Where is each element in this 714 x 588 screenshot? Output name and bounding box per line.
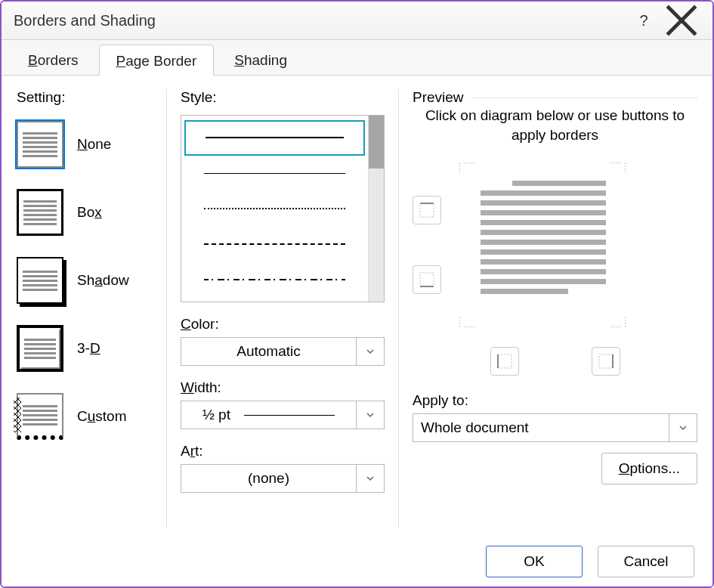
border-right-icon — [598, 353, 614, 370]
width-sample-line — [244, 415, 335, 416]
apply-to-label: Apply to: — [413, 392, 697, 409]
cancel-button[interactable]: Cancel — [598, 546, 694, 577]
setting-shadow-thumb — [17, 257, 63, 304]
style-scrollbar-thumb[interactable] — [369, 116, 384, 169]
style-option-solid[interactable] — [184, 120, 365, 156]
style-scrollbar[interactable] — [368, 116, 384, 302]
style-option-hairline[interactable] — [184, 156, 365, 191]
preview-text-lines — [481, 181, 606, 294]
setting-none-thumb — [17, 121, 63, 168]
setting-3d[interactable]: 3-D — [17, 325, 153, 372]
apply-to-arrow[interactable] — [669, 414, 697, 441]
ok-button[interactable]: OK — [486, 546, 583, 577]
color-value: Automatic — [181, 343, 356, 360]
border-left-button[interactable] — [490, 347, 519, 376]
preview-vertical-buttons — [413, 196, 441, 294]
dialog-window: Borders and Shading ? Borders Page Borde… — [0, 0, 714, 588]
chevron-down-icon — [678, 423, 688, 432]
options-row: Options... — [413, 453, 697, 484]
art-combo[interactable]: (none) — [181, 464, 385, 493]
setting-box-thumb — [17, 189, 63, 236]
art-label: Art: — [181, 443, 385, 460]
chevron-down-icon — [366, 410, 375, 419]
art-arrow[interactable] — [356, 465, 384, 492]
preview-corner-bl — [459, 312, 474, 327]
preview-label: Preview — [413, 89, 464, 106]
svg-rect-6 — [599, 354, 613, 368]
close-button[interactable] — [663, 2, 700, 39]
preview-corner-tl — [459, 162, 474, 178]
width-label: Width: — [181, 379, 385, 396]
setting-label: Setting: — [17, 89, 153, 106]
preview-page[interactable] — [455, 158, 630, 332]
style-group: Style: Color: Automatic — [166, 89, 385, 528]
svg-rect-0 — [420, 203, 434, 217]
color-arrow[interactable] — [356, 338, 384, 365]
border-left-icon — [496, 353, 513, 370]
setting-3d-label: 3-D — [77, 340, 100, 357]
chevron-down-icon — [366, 474, 375, 483]
divider — [471, 97, 697, 98]
preview-area — [413, 158, 697, 332]
setting-shadow-label: Shadow — [77, 272, 129, 289]
titlebar: Borders and Shading ? — [2, 2, 712, 40]
svg-rect-4 — [498, 354, 512, 368]
svg-rect-2 — [420, 273, 434, 286]
border-bottom-icon — [419, 271, 435, 288]
apply-to-combo[interactable]: Whole document — [413, 413, 697, 442]
setting-none-label: None — [77, 136, 111, 153]
window-title: Borders and Shading — [14, 12, 625, 29]
art-value: (none) — [181, 470, 356, 487]
close-icon — [663, 2, 700, 39]
setting-custom[interactable]: Custom — [17, 393, 153, 440]
setting-list: None Box Shadow — [17, 121, 153, 440]
width-value: ½ pt — [202, 407, 230, 423]
style-listbox[interactable] — [181, 115, 385, 302]
options-button[interactable]: Options... — [601, 453, 697, 484]
preview-corner-tr — [610, 162, 626, 178]
color-label: Color: — [181, 316, 385, 333]
setting-box[interactable]: Box — [17, 189, 153, 236]
tab-page-border[interactable]: Page Border — [99, 45, 215, 76]
setting-group: Setting: None Box — [17, 89, 153, 528]
setting-custom-thumb — [17, 393, 63, 440]
setting-custom-label: Custom — [77, 408, 127, 425]
border-top-button[interactable] — [413, 196, 441, 224]
preview-corner-br — [610, 312, 626, 327]
style-option-dotted[interactable] — [184, 191, 365, 227]
style-option-dashed[interactable] — [184, 226, 365, 262]
dialog-footer: OK Cancel — [2, 537, 712, 586]
style-option-dashdot[interactable] — [184, 262, 365, 297]
border-bottom-button[interactable] — [413, 265, 441, 294]
setting-box-label: Box — [77, 204, 102, 221]
chevron-down-icon — [366, 347, 375, 356]
width-value-wrap: ½ pt — [181, 407, 356, 423]
style-label: Style: — [181, 89, 385, 106]
border-right-button[interactable] — [592, 347, 620, 376]
preview-hint: Click on diagram below or use buttons to… — [413, 106, 697, 144]
apply-to-group: Apply to: Whole document — [413, 392, 697, 442]
preview-group: Preview Click on diagram below or use bu… — [398, 89, 697, 528]
style-list-inner — [181, 116, 368, 302]
tabstrip: Borders Page Border Shading — [2, 40, 712, 76]
width-arrow[interactable] — [356, 401, 384, 429]
setting-none[interactable]: None — [17, 121, 153, 168]
apply-to-value: Whole document — [413, 419, 669, 436]
help-button[interactable]: ? — [625, 2, 663, 39]
setting-shadow[interactable]: Shadow — [17, 257, 153, 304]
dialog-content: Setting: None Box — [2, 76, 712, 537]
border-top-icon — [419, 202, 435, 218]
tab-shading[interactable]: Shading — [217, 44, 304, 75]
width-combo[interactable]: ½ pt — [181, 401, 385, 429]
preview-horizontal-buttons — [413, 347, 697, 376]
tab-borders[interactable]: Borders — [11, 44, 96, 75]
color-combo[interactable]: Automatic — [181, 337, 385, 366]
setting-3d-thumb — [17, 325, 63, 372]
